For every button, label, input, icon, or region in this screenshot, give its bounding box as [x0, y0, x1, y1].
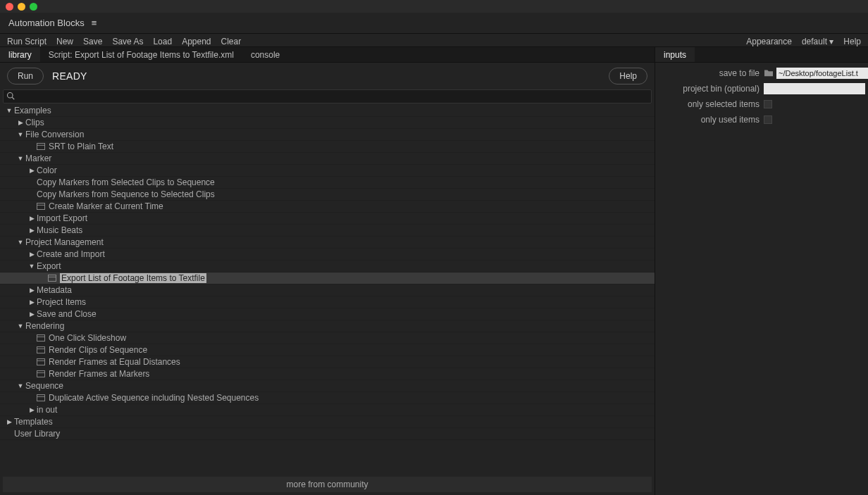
tree-row[interactable]: SRT to Plain Text [0, 141, 655, 153]
tree-item-label: Render Frames at Markers [49, 369, 149, 379]
chevron-right-icon[interactable]: ▶ [17, 119, 24, 126]
svg-line-1 [12, 97, 14, 99]
chevron-right-icon[interactable]: ▶ [6, 418, 13, 425]
tree-row[interactable]: ▶Templates [0, 416, 655, 428]
search-input[interactable] [18, 92, 648, 101]
chevron-right-icon[interactable]: ▶ [28, 251, 35, 258]
tree-item-label: Save and Close [37, 309, 97, 319]
tree-row[interactable]: One Click Slideshow [0, 332, 655, 344]
more-from-community-link[interactable]: more from community [3, 477, 652, 492]
only-used-checkbox[interactable] [764, 115, 772, 124]
library-tree[interactable]: ▼Examples▶Clips▼File ConversionSRT to Pl… [0, 105, 655, 474]
chevron-right-icon[interactable]: ▶ [28, 311, 35, 318]
menu-run-script[interactable]: Run Script [7, 37, 46, 46]
tree-row[interactable]: ▶Color [0, 165, 655, 177]
script-file-icon [37, 358, 45, 365]
window-titlebar [0, 0, 868, 13]
panel-title: Automation Blocks [8, 18, 85, 28]
chevron-right-icon[interactable]: ▶ [28, 227, 35, 234]
tree-row[interactable]: ▶in out [0, 404, 655, 416]
tree-row[interactable]: ▶Clips [0, 117, 655, 129]
menu-help[interactable]: Help [843, 37, 861, 46]
panel-menu-icon[interactable]: ≡ [92, 18, 97, 28]
tab-console[interactable]: console [242, 47, 288, 62]
tree-item-label: File Conversion [25, 130, 84, 139]
chevron-down-icon[interactable]: ▼ [17, 322, 24, 330]
tree-row[interactable]: Render Frames at Markers [0, 368, 655, 380]
search-icon [6, 92, 15, 102]
minimize-dot-icon[interactable] [18, 3, 25, 11]
chevron-down-icon[interactable]: ▼ [17, 382, 24, 389]
menu-load[interactable]: Load [153, 37, 172, 46]
tree-row[interactable]: ▼Examples [0, 105, 655, 117]
tree-row[interactable]: Render Clips of Sequence [0, 344, 655, 356]
tree-row[interactable]: ▼File Conversion [0, 129, 655, 141]
chevron-down-icon[interactable]: ▼ [6, 107, 13, 114]
tree-row[interactable]: Duplicate Active Sequence including Nest… [0, 392, 655, 404]
panel-title-bar: Automation Blocks ≡ [0, 13, 868, 34]
chevron-right-icon[interactable]: ▶ [28, 167, 35, 174]
tree-row[interactable]: ▶Project Items [0, 296, 655, 308]
tree-row[interactable]: Export List of Footage Items to Textfile [0, 272, 655, 284]
tree-row[interactable]: ▼Export [0, 261, 655, 272]
tree-row[interactable]: Create Marker at Current Time [0, 201, 655, 213]
project-bin-input[interactable] [764, 83, 865, 94]
tree-row[interactable]: Render Frames at Equal Distances [0, 356, 655, 368]
svg-rect-16 [37, 394, 45, 401]
close-dot-icon[interactable] [6, 3, 13, 11]
menu-save-as[interactable]: Save As [112, 37, 143, 46]
run-button[interactable]: Run [7, 68, 44, 84]
search-row[interactable] [3, 89, 652, 104]
chevron-down-icon[interactable]: ▼ [17, 131, 24, 138]
tree-item-label: Render Frames at Equal Distances [49, 357, 180, 367]
tree-row[interactable]: ▶Import Export [0, 213, 655, 225]
tree-row[interactable]: ▼Marker [0, 153, 655, 165]
tree-item-label: One Click Slideshow [49, 333, 126, 343]
chevron-down-icon[interactable]: ▼ [17, 239, 24, 246]
tree-row[interactable]: ▼Sequence [0, 380, 655, 392]
svg-rect-6 [49, 275, 56, 281]
chevron-right-icon[interactable]: ▶ [28, 287, 35, 294]
menu-new[interactable]: New [56, 37, 73, 46]
svg-point-0 [8, 92, 13, 98]
svg-rect-14 [37, 370, 45, 377]
help-button[interactable]: Help [609, 68, 647, 84]
chevron-right-icon[interactable]: ▶ [28, 299, 35, 306]
tree-item-label: Create Marker at Current Time [49, 201, 163, 211]
tree-item-label: Music Beats [37, 225, 82, 235]
tab-library[interactable]: library [0, 47, 40, 62]
menu-append[interactable]: Append [182, 37, 211, 46]
svg-rect-4 [37, 203, 45, 209]
chevron-down-icon[interactable]: ▼ [17, 155, 24, 162]
chevron-right-icon[interactable]: ▶ [28, 215, 35, 222]
tree-item-label: Metadata [37, 285, 72, 295]
menu-save[interactable]: Save [83, 37, 102, 46]
save-to-file-input[interactable] [776, 68, 868, 79]
folder-icon[interactable] [764, 68, 774, 79]
tab-script[interactable]: Script: Export List of Footage Items to … [40, 47, 242, 62]
tab-inputs[interactable]: inputs [655, 47, 695, 62]
chevron-right-icon[interactable]: ▶ [28, 406, 35, 413]
tree-row[interactable]: ▶Create and Import [0, 249, 655, 261]
preset-dropdown[interactable]: default ▾ [802, 37, 833, 46]
tree-row[interactable]: Copy Markers from Selected Clips to Sequ… [0, 177, 655, 189]
chevron-down-icon[interactable]: ▼ [28, 263, 35, 270]
tree-item-label: Sequence [25, 381, 63, 391]
tree-row[interactable]: ▶Save and Close [0, 308, 655, 320]
tree-row[interactable]: Copy Markers from Sequence to Selected C… [0, 189, 655, 201]
tree-item-label: Project Items [37, 297, 86, 307]
tree-item-label: Examples [14, 106, 51, 115]
tree-row[interactable]: ▶Metadata [0, 284, 655, 296]
tree-row[interactable]: ▼Rendering [0, 320, 655, 332]
svg-rect-8 [37, 334, 45, 341]
zoom-dot-icon[interactable] [30, 3, 37, 11]
tree-item-label: Render Clips of Sequence [49, 345, 147, 355]
only-selected-checkbox[interactable] [764, 100, 772, 108]
tree-row[interactable]: User Library [0, 428, 655, 440]
tree-row[interactable]: ▼Project Management [0, 237, 655, 249]
tree-item-label: Duplicate Active Sequence including Nest… [49, 393, 259, 403]
menu-appearance[interactable]: Appearance [746, 37, 792, 46]
tree-row[interactable]: ▶Music Beats [0, 225, 655, 237]
right-tabs: inputs [655, 47, 868, 63]
menu-clear[interactable]: Clear [221, 37, 242, 46]
